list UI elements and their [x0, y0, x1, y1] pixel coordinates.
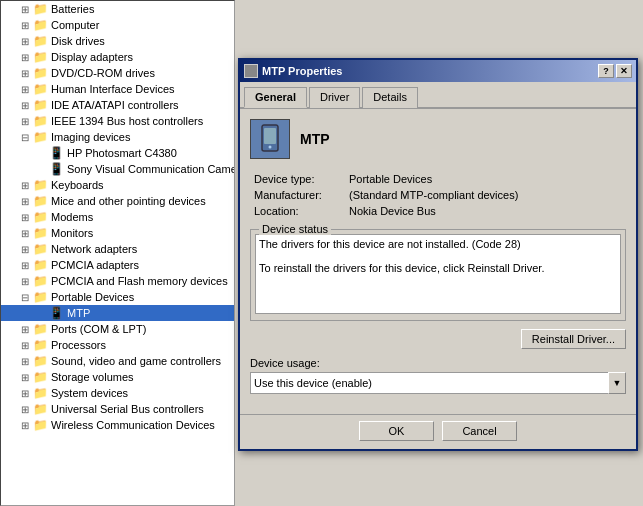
- icon-dvd-cdrom: 📁: [33, 65, 49, 81]
- expander-imaging[interactable]: [17, 129, 33, 145]
- device-usage-select-row: Use this device (enable) ▼: [250, 372, 626, 394]
- expander-pcmcia-flash[interactable]: [17, 273, 33, 289]
- tree-item-pcmcia-flash[interactable]: 📁PCMCIA and Flash memory devices: [1, 273, 234, 289]
- tree-label-mice: Mice and other pointing devices: [49, 195, 206, 207]
- tree-item-sound-video[interactable]: 📁Sound, video and game controllers: [1, 353, 234, 369]
- tree-label-batteries: Batteries: [49, 3, 94, 15]
- cancel-button[interactable]: Cancel: [442, 421, 517, 441]
- tree-item-system-devices[interactable]: 📁System devices: [1, 385, 234, 401]
- tree-item-display-adapters[interactable]: 📁Display adapters: [1, 49, 234, 65]
- expander-storage-volumes[interactable]: [17, 369, 33, 385]
- device-status-textarea: [255, 234, 621, 314]
- expander-usb-controllers[interactable]: [17, 401, 33, 417]
- expander-network-adapters[interactable]: [17, 241, 33, 257]
- expander-sony-visual[interactable]: [33, 161, 49, 177]
- expander-hp-photosmart[interactable]: [33, 145, 49, 161]
- location-row: Location: Nokia Device Bus: [250, 203, 626, 219]
- tree-item-keyboards[interactable]: 📁Keyboards: [1, 177, 234, 193]
- tree-item-usb-controllers[interactable]: 📁Universal Serial Bus controllers: [1, 401, 234, 417]
- tab-driver[interactable]: Driver: [309, 87, 360, 108]
- tree-item-computer[interactable]: 📁Computer: [1, 17, 234, 33]
- tree-item-ports-com-lpt[interactable]: 📁Ports (COM & LPT): [1, 321, 234, 337]
- tree-label-pcmcia-flash: PCMCIA and Flash memory devices: [49, 275, 228, 287]
- tree-item-mice[interactable]: 📁Mice and other pointing devices: [1, 193, 234, 209]
- icon-keyboards: 📁: [33, 177, 49, 193]
- icon-network-adapters: 📁: [33, 241, 49, 257]
- tree-item-modems[interactable]: 📁Modems: [1, 209, 234, 225]
- reinstall-button-row: Reinstall Driver...: [250, 329, 626, 349]
- tree-label-storage-volumes: Storage volumes: [49, 371, 134, 383]
- tree-label-sound-video: Sound, video and game controllers: [49, 355, 221, 367]
- tree-item-dvd-cdrom[interactable]: 📁DVD/CD-ROM drives: [1, 65, 234, 81]
- dialog-tabs: General Driver Details: [240, 82, 636, 109]
- expander-pcmcia-adapters[interactable]: [17, 257, 33, 273]
- expander-modems[interactable]: [17, 209, 33, 225]
- help-button[interactable]: ?: [598, 64, 614, 78]
- tree-item-monitors[interactable]: 📁Monitors: [1, 225, 234, 241]
- dialog-title-group: MTP Properties: [244, 64, 343, 78]
- tree-label-mtp: MTP: [65, 307, 90, 319]
- select-arrow-icon[interactable]: ▼: [608, 372, 626, 394]
- tree-label-ports-com-lpt: Ports (COM & LPT): [49, 323, 146, 335]
- dialog-footer: OK Cancel: [240, 414, 636, 449]
- tree-item-ide-ata[interactable]: 📁IDE ATA/ATAPI controllers: [1, 97, 234, 113]
- expander-mice[interactable]: [17, 193, 33, 209]
- tree-label-pcmcia-adapters: PCMCIA adapters: [49, 259, 139, 271]
- tree-label-monitors: Monitors: [49, 227, 93, 239]
- location-value: Nokia Device Bus: [345, 203, 626, 219]
- tree-item-disk-drives[interactable]: 📁Disk drives: [1, 33, 234, 49]
- expander-dvd-cdrom[interactable]: [17, 65, 33, 81]
- expander-wireless-comm[interactable]: [17, 417, 33, 433]
- expander-mtp[interactable]: [33, 305, 49, 321]
- tree-label-sony-visual: Sony Visual Communication Came: [65, 163, 235, 175]
- ok-button[interactable]: OK: [359, 421, 434, 441]
- tree-label-human-interface: Human Interface Devices: [49, 83, 175, 95]
- dialog-title-icon: [244, 64, 258, 78]
- icon-mtp: 📱: [49, 305, 65, 321]
- expander-keyboards[interactable]: [17, 177, 33, 193]
- reinstall-driver-button[interactable]: Reinstall Driver...: [521, 329, 626, 349]
- expander-system-devices[interactable]: [17, 385, 33, 401]
- expander-disk-drives[interactable]: [17, 33, 33, 49]
- expander-ieee1394[interactable]: [17, 113, 33, 129]
- tree-label-network-adapters: Network adapters: [49, 243, 137, 255]
- svg-rect-1: [264, 128, 276, 144]
- tree-item-mtp[interactable]: 📱MTP: [1, 305, 234, 321]
- tree-item-wireless-comm[interactable]: 📁Wireless Communication Devices: [1, 417, 234, 433]
- expander-processors[interactable]: [17, 337, 33, 353]
- device-status-legend: Device status: [259, 223, 331, 235]
- tree-item-imaging[interactable]: 📁Imaging devices: [1, 129, 234, 145]
- tree-label-modems: Modems: [49, 211, 93, 223]
- expander-ide-ata[interactable]: [17, 97, 33, 113]
- tree-item-ieee1394[interactable]: 📁IEEE 1394 Bus host controllers: [1, 113, 234, 129]
- tree-item-portable-devices[interactable]: 📁Portable Devices: [1, 289, 234, 305]
- expander-batteries[interactable]: [17, 1, 33, 17]
- expander-monitors[interactable]: [17, 225, 33, 241]
- icon-ports-com-lpt: 📁: [33, 321, 49, 337]
- tree-item-human-interface[interactable]: 📁Human Interface Devices: [1, 81, 234, 97]
- expander-human-interface[interactable]: [17, 81, 33, 97]
- close-button[interactable]: ✕: [616, 64, 632, 78]
- icon-pcmcia-flash: 📁: [33, 273, 49, 289]
- expander-computer[interactable]: [17, 17, 33, 33]
- tree-label-imaging: Imaging devices: [49, 131, 131, 143]
- device-usage-row: Device usage: Use this device (enable) ▼: [250, 357, 626, 394]
- expander-portable-devices[interactable]: [17, 289, 33, 305]
- tree-item-hp-photosmart[interactable]: 📱HP Photosmart C4380: [1, 145, 234, 161]
- device-usage-select[interactable]: Use this device (enable): [250, 372, 609, 394]
- tree-item-network-adapters[interactable]: 📁Network adapters: [1, 241, 234, 257]
- tree-item-processors[interactable]: 📁Processors: [1, 337, 234, 353]
- tree-item-pcmcia-adapters[interactable]: 📁PCMCIA adapters: [1, 257, 234, 273]
- icon-portable-devices: 📁: [33, 289, 49, 305]
- tree-item-batteries[interactable]: 📁Batteries: [1, 1, 234, 17]
- tree-label-keyboards: Keyboards: [49, 179, 104, 191]
- tab-general[interactable]: General: [244, 87, 307, 108]
- expander-display-adapters[interactable]: [17, 49, 33, 65]
- tab-details[interactable]: Details: [362, 87, 418, 108]
- tree-item-sony-visual[interactable]: 📱Sony Visual Communication Came: [1, 161, 234, 177]
- expander-ports-com-lpt[interactable]: [17, 321, 33, 337]
- manufacturer-row: Manufacturer: (Standard MTP-compliant de…: [250, 187, 626, 203]
- expander-sound-video[interactable]: [17, 353, 33, 369]
- device-type-value: Portable Devices: [345, 171, 626, 187]
- tree-item-storage-volumes[interactable]: 📁Storage volumes: [1, 369, 234, 385]
